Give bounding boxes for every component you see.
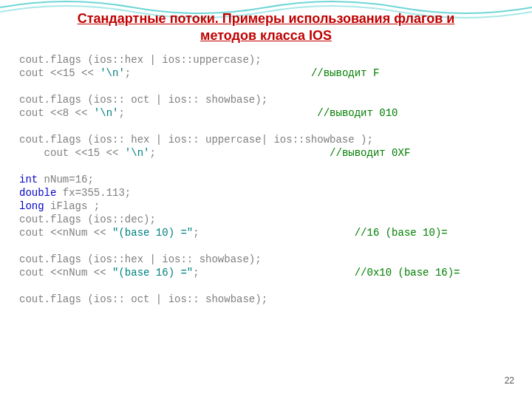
code-line: cout <<nNum << [19,267,112,279]
code-line: ; [149,147,330,159]
code-line: cout.flags (ios::hex | ios:: showbase); [19,253,262,265]
comment: //16 (base 10)= [355,227,448,239]
string-literal: '\n' [94,107,119,119]
code-line: ; [118,107,317,119]
comment: //выводит F [311,67,379,79]
code-line: cout.flags (ios::hex | ios::uppercase); [19,54,262,66]
keyword: int [19,174,38,185]
slide-title: Стандартные потоки. Примеры использовани… [0,10,532,45]
code-line: ; [193,267,354,279]
code-line: iFlags ; [44,200,100,212]
keyword: double [19,187,56,199]
title-line-1: Стандартные потоки. Примеры использовани… [78,11,455,26]
code-line: cout <<8 << [19,107,94,119]
code-line: nNum=16; [38,174,94,185]
code-line: fx=355.113; [56,187,131,199]
string-literal: "(base 10) =" [112,227,193,239]
code-line: cout.flags (ios:: oct | ios:: showbase); [19,293,267,305]
slide: Стандартные потоки. Примеры использовани… [0,0,532,399]
string-literal: '\n' [125,147,150,159]
code-line: cout.flags (ios::dec); [19,214,156,225]
page-number: 22 [505,375,514,386]
comment: //0x10 (base 16)= [355,267,460,279]
code-block: cout.flags (ios::hex | ios::uppercase); … [19,53,523,306]
code-line: cout <<15 << [19,147,125,159]
comment: //выводит 010 [317,107,398,119]
code-line: cout.flags (ios:: hex | ios:: uppercase|… [19,134,373,146]
title-line-2: методов класса IOS [200,28,332,43]
comment: //выводит 0XF [330,147,410,159]
code-line: cout <<nNum << [19,227,112,239]
string-literal: "(base 16) =" [112,267,193,279]
code-line: ; [193,227,354,239]
keyword: long [19,200,44,212]
code-line: cout.flags (ios:: oct | ios:: showbase); [19,94,267,106]
code-line: ; [125,67,311,79]
string-literal: '\n' [100,67,125,79]
code-line: cout <<15 << [19,67,100,79]
